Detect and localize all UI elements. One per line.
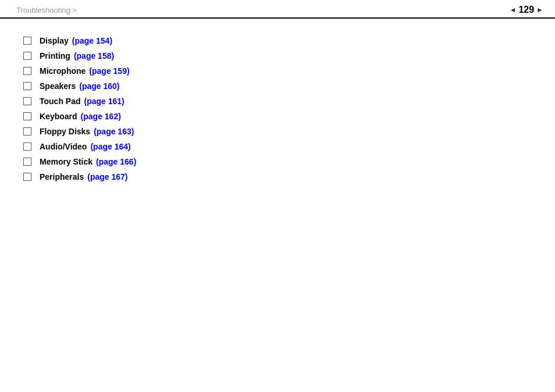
item-label: Keyboard — [40, 112, 77, 121]
list-item: Keyboard(page 162) — [23, 112, 532, 121]
item-label: Peripherals — [40, 172, 84, 181]
item-label: Touch Pad — [40, 97, 81, 106]
list-item: Floppy Disks(page 163) — [23, 127, 532, 136]
arrow-right-icon: ► — [536, 6, 543, 14]
list-item: Peripherals(page 167) — [23, 172, 532, 181]
list-item: Speakers(page 160) — [23, 81, 532, 91]
page-number: 129 — [518, 5, 534, 15]
item-label: Speakers — [40, 81, 76, 91]
list-item: Touch Pad(page 161) — [23, 97, 532, 106]
list-item: Display(page 154) — [23, 36, 532, 45]
item-label: Microphone — [40, 66, 86, 76]
item-label: Memory Stick — [40, 157, 92, 166]
main-content: Display(page 154)Printing(page 158)Micro… — [0, 19, 555, 199]
list-item: Microphone(page 159) — [23, 66, 532, 76]
checkbox-icon — [23, 173, 31, 181]
list-item: Audio/Video(page 164) — [23, 142, 532, 151]
item-page-link[interactable]: (page 161) — [84, 97, 124, 106]
page-header: Troubleshooting > ◄ 129 ► — [0, 0, 555, 19]
checkbox-icon — [23, 142, 31, 151]
item-page-link[interactable]: (page 160) — [79, 81, 119, 91]
item-page-link[interactable]: (page 159) — [89, 66, 129, 76]
checkbox-icon — [23, 158, 31, 166]
item-page-link[interactable]: (page 163) — [94, 127, 134, 136]
item-page-link[interactable]: (page 154) — [72, 36, 112, 45]
checkbox-icon — [23, 67, 31, 75]
checkbox-icon — [23, 127, 31, 136]
item-label: Display — [40, 36, 69, 45]
list-item: Printing(page 158) — [23, 51, 532, 60]
breadcrumb: Troubleshooting > — [16, 6, 77, 15]
toc-list: Display(page 154)Printing(page 158)Micro… — [23, 36, 532, 181]
item-page-link[interactable]: (page 164) — [90, 142, 130, 151]
item-label: Printing — [40, 51, 70, 60]
item-page-link[interactable]: (page 166) — [96, 157, 136, 166]
item-label: Audio/Video — [40, 142, 87, 151]
list-item: Memory Stick(page 166) — [23, 157, 532, 166]
page-number-area: ◄ 129 ► — [510, 5, 543, 15]
checkbox-icon — [23, 97, 31, 105]
checkbox-icon — [23, 112, 31, 120]
item-page-link[interactable]: (page 162) — [81, 112, 121, 121]
checkbox-icon — [23, 52, 31, 60]
arrow-left-icon: ◄ — [510, 6, 517, 14]
checkbox-icon — [23, 37, 31, 45]
item-page-link[interactable]: (page 158) — [74, 51, 114, 60]
checkbox-icon — [23, 82, 31, 90]
item-label: Floppy Disks — [40, 127, 90, 136]
item-page-link[interactable]: (page 167) — [87, 172, 127, 181]
